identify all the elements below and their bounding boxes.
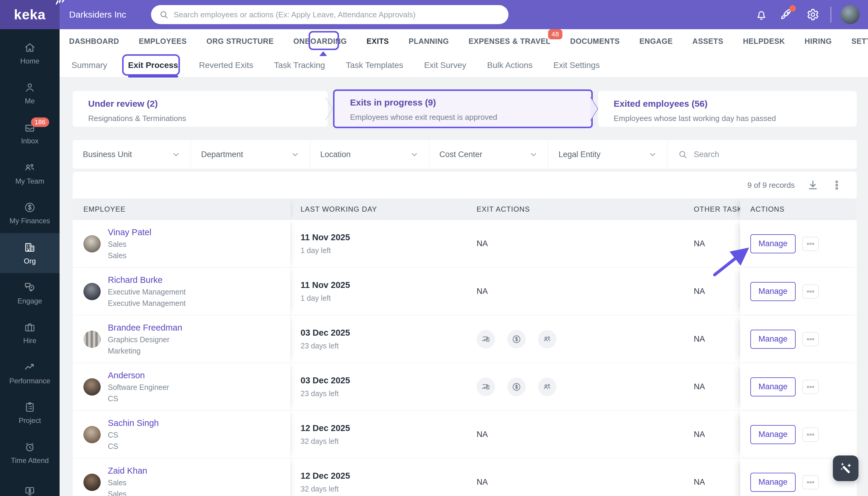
sidebar-item-performance[interactable]: Performance	[0, 353, 60, 393]
tab-exit-survey[interactable]: Exit Survey	[424, 53, 466, 78]
row-more-button[interactable]	[802, 428, 819, 442]
exits-table-card: 9 of 9 records EMPLOYEE LAST WORKING DAY…	[73, 172, 857, 496]
table-search[interactable]	[668, 140, 857, 169]
tab-exit-process[interactable]: Exit Process	[128, 53, 178, 78]
dots-horizontal-icon	[806, 430, 815, 439]
manage-button[interactable]: Manage	[750, 330, 795, 349]
team-tasks-chip[interactable]	[538, 378, 557, 396]
tab-bulk-actions[interactable]: Bulk Actions	[487, 53, 533, 78]
row-more-button[interactable]	[802, 332, 819, 346]
keka-logo-text: keka	[14, 6, 46, 22]
employee-avatar[interactable]	[83, 283, 101, 300]
filter-label: Location	[320, 150, 410, 159]
keka-logo[interactable]: keka	[0, 0, 60, 29]
tab-exit-settings[interactable]: Exit Settings	[553, 53, 600, 78]
days-left: 32 days left	[301, 437, 350, 446]
download-button[interactable]	[807, 179, 819, 191]
filter-legal-entity[interactable]: Legal Entity	[548, 140, 668, 169]
nav-assets[interactable]: ASSETS	[693, 37, 724, 46]
nav-settings[interactable]: SETTINGS	[851, 37, 868, 46]
stage-exits-in-progress[interactable]: Exits in progress (9) Employees whose ex…	[333, 89, 593, 128]
hire-icon	[23, 321, 36, 334]
settlement-chip[interactable]	[507, 330, 526, 348]
sidebar-item-time-attend[interactable]: Time Attend	[0, 433, 60, 473]
manage-button[interactable]: Manage	[750, 377, 795, 397]
filter-department[interactable]: Department	[191, 140, 310, 169]
user-avatar[interactable]	[840, 5, 859, 24]
asset-deallocation-chip[interactable]	[477, 378, 495, 396]
filter-business-unit[interactable]: Business Unit	[73, 140, 191, 169]
employee-name[interactable]: Vinay Patel	[108, 228, 151, 237]
nav-expenses-travel[interactable]: EXPENSES & TRAVEL48	[469, 37, 550, 46]
sidebar-item-my-finances[interactable]: My Finances	[0, 193, 60, 233]
chevron-down-icon	[529, 150, 538, 159]
whats-new-button[interactable]	[779, 0, 793, 29]
nav-dashboard[interactable]: DASHBOARD	[69, 37, 119, 46]
employee-name[interactable]: Richard Burke	[108, 275, 186, 285]
filter-bar: Business Unit Department Location Cost C…	[73, 140, 857, 169]
team-tasks-chip[interactable]	[538, 330, 557, 348]
sidebar-label: Hire	[23, 337, 36, 345]
logo-spark-icon	[55, 0, 67, 6]
sidebar-item-payroll[interactable]	[0, 473, 60, 496]
sidebar-item-engage[interactable]: Engage	[0, 273, 60, 313]
nav-hiring[interactable]: HIRING	[805, 37, 832, 46]
global-search[interactable]	[151, 5, 509, 24]
row-more-button[interactable]	[802, 475, 819, 490]
employee-name[interactable]: Anderson	[108, 371, 169, 380]
manage-button[interactable]: Manage	[750, 282, 795, 301]
employee-avatar[interactable]	[83, 474, 101, 491]
employee-name[interactable]: Brandee Freedman	[108, 323, 182, 332]
stage-title: Exits in progress (9)	[350, 97, 591, 108]
employee-name[interactable]: Zaid Khan	[108, 466, 147, 476]
nav-onboarding[interactable]: ONBOARDING	[293, 37, 347, 46]
stage-exited-employees[interactable]: Exited employees (56) Employees whose la…	[598, 91, 857, 127]
manage-button[interactable]: Manage	[750, 234, 795, 253]
settlement-chip[interactable]	[507, 378, 526, 396]
filter-location[interactable]: Location	[310, 140, 429, 169]
asset-deallocation-chip[interactable]	[477, 330, 495, 348]
nav-planning[interactable]: PLANNING	[409, 37, 449, 46]
sidebar-label: Inbox	[21, 137, 39, 145]
other-tasks-value: NA	[694, 335, 705, 344]
sidebar-item-home[interactable]: Home	[0, 33, 60, 73]
sidebar-item-org[interactable]: Org	[0, 233, 60, 273]
manage-button[interactable]: Manage	[750, 473, 795, 492]
nav-engage[interactable]: ENGAGE	[640, 37, 673, 46]
nav-employees[interactable]: EMPLOYEES	[139, 37, 187, 46]
filter-cost-center[interactable]: Cost Center	[429, 140, 548, 169]
employee-role: Sales	[108, 240, 151, 249]
sidebar-item-hire[interactable]: Hire	[0, 313, 60, 353]
employee-avatar[interactable]	[83, 378, 101, 396]
nav-org-structure[interactable]: ORG STRUCTURE	[206, 37, 274, 46]
row-more-button[interactable]	[802, 284, 819, 299]
notifications-button[interactable]	[755, 0, 768, 29]
employee-avatar[interactable]	[83, 426, 101, 443]
sidebar-item-me[interactable]: Me	[0, 73, 60, 113]
nav-helpdesk[interactable]: HELPDESK	[743, 37, 785, 46]
stage-under-review[interactable]: Under review (2) Resignations & Terminat…	[73, 91, 328, 127]
global-search-input[interactable]	[174, 10, 501, 19]
table-search-input[interactable]	[694, 150, 847, 159]
nav-exits[interactable]: EXITS	[366, 37, 389, 46]
nav-documents[interactable]: DOCUMENTS	[570, 37, 620, 46]
settings-button[interactable]	[806, 0, 820, 29]
tab-reverted-exits[interactable]: Reverted Exits	[199, 53, 253, 78]
table-options-button[interactable]	[831, 180, 842, 191]
sidebar-item-project[interactable]: Project	[0, 393, 60, 433]
sidebar-item-inbox[interactable]: Inbox 186	[0, 113, 60, 153]
days-left: 1 day left	[301, 294, 350, 303]
devices-icon	[481, 334, 491, 344]
employee-avatar[interactable]	[83, 235, 101, 252]
tab-task-tracking[interactable]: Task Tracking	[274, 53, 325, 78]
manage-button[interactable]: Manage	[750, 425, 795, 444]
days-left: 1 day left	[301, 246, 350, 255]
row-more-button[interactable]	[802, 237, 819, 251]
employee-avatar[interactable]	[83, 330, 101, 348]
tab-task-templates[interactable]: Task Templates	[346, 53, 403, 78]
employee-name[interactable]: Sachin Singh	[108, 418, 159, 428]
row-more-button[interactable]	[802, 380, 819, 394]
tab-summary[interactable]: Summary	[71, 53, 107, 78]
sidebar-item-my-team[interactable]: My Team	[0, 153, 60, 193]
magic-assistant-fab[interactable]	[833, 455, 858, 481]
